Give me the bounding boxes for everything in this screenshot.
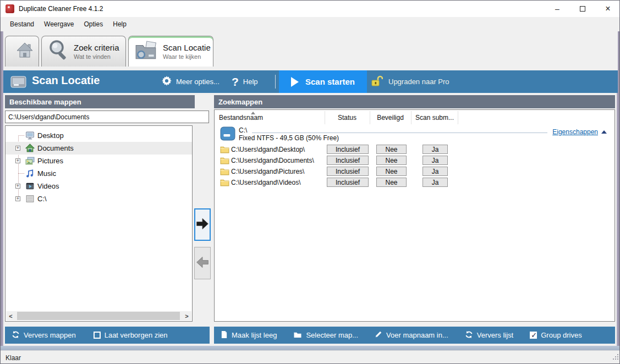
page-title: Scan Locatie — [32, 74, 100, 87]
window-title: Duplicate Cleaner Free 4.1.2 — [19, 5, 103, 13]
expand-plus-icon[interactable]: + — [15, 184, 20, 189]
enter-folder-name-button[interactable]: Voer mapnaam in... — [375, 330, 448, 340]
column-scan-subm[interactable]: Scan subm... — [415, 110, 459, 125]
scan-subfolders-button[interactable]: Ja — [423, 145, 448, 154]
folder-icon — [220, 179, 229, 189]
select-folder-button[interactable]: Selecteer map... — [293, 331, 358, 340]
clear-list-button[interactable]: Maak lijst leeg — [221, 330, 277, 340]
protected-button[interactable]: Nee — [376, 156, 407, 165]
status-button[interactable]: Inclusief — [327, 167, 369, 176]
scan-subfolders-button[interactable]: Ja — [423, 178, 448, 187]
help-button[interactable]: ? Help — [232, 70, 258, 93]
horizontal-scrollbar[interactable]: < > — [6, 311, 191, 321]
pencil-icon — [375, 330, 382, 340]
upgrade-pro-button[interactable]: Upgraden naar Pro — [371, 70, 449, 93]
protected-button[interactable]: Nee — [376, 178, 407, 187]
menu-help[interactable]: Help — [108, 18, 131, 30]
tree-label-pictures: Pictures — [37, 157, 63, 165]
properties-link[interactable]: Eigenschappen — [552, 128, 598, 136]
refresh-list-label: Ververs lijst — [477, 331, 513, 339]
unlock-icon — [371, 75, 383, 88]
row-path: C:\Users\dgand\Pictures\ — [231, 168, 304, 175]
tree-item-pictures[interactable]: + Pictures — [6, 155, 192, 167]
group-divider-line — [252, 133, 547, 133]
close-button[interactable]: × — [595, 1, 620, 17]
gear-icon — [162, 76, 172, 87]
menu-opties[interactable]: Opties — [79, 18, 108, 30]
folder-icon — [220, 168, 229, 178]
tree-item-documents[interactable]: + Documents — [6, 142, 192, 155]
select-folder-label: Selecteer map... — [306, 331, 358, 339]
scan-start-button[interactable]: Scan starten — [279, 70, 367, 93]
table-row: C:\Users\dgand\Desktop\ Inclusief Nee Ja — [215, 144, 614, 155]
show-hidden-toggle[interactable]: Laat verborgen zien — [94, 331, 168, 339]
status-button[interactable]: Inclusief — [327, 178, 369, 187]
expand-plus-icon[interactable]: + — [15, 158, 20, 163]
window-frame-bottom — [1, 346, 620, 350]
resize-grip[interactable] — [612, 353, 619, 363]
refresh-list-button[interactable]: Ververs lijst — [465, 330, 513, 340]
upgrade-label: Upgraden naar Pro — [388, 78, 449, 86]
tree-item-c-drive[interactable]: + C:\ — [6, 192, 192, 205]
menu-bestand[interactable]: Bestand — [5, 18, 39, 30]
left-panel-title: Beschikbare mappen — [9, 98, 81, 106]
status-button[interactable]: Inclusief — [327, 156, 369, 165]
tree-item-desktop[interactable]: Desktop — [6, 129, 192, 142]
tree-item-music[interactable]: Music — [6, 167, 192, 180]
refresh-folders-label: Ververs mappen — [24, 331, 76, 339]
tree-label-videos: Videos — [37, 182, 59, 190]
scroll-left-arrow[interactable]: < — [6, 311, 15, 321]
arrow-right-icon — [195, 217, 210, 233]
folder-path-input[interactable] — [5, 111, 209, 123]
column-beveiligd[interactable]: Beveiligd — [370, 110, 411, 125]
magnifier-icon — [47, 39, 69, 64]
page-icon — [221, 330, 228, 340]
tree-label-music: Music — [37, 169, 56, 178]
expand-plus-icon[interactable]: + — [15, 196, 20, 201]
more-options-button[interactable]: Meer opties... — [162, 70, 220, 93]
tab-zoek-sublabel: Wat te vinden — [74, 53, 119, 60]
show-hidden-checkbox[interactable] — [94, 332, 101, 339]
drive-group-name: C:\ — [239, 126, 247, 134]
home-icon — [15, 42, 35, 62]
table-row: C:\Users\dgand\Documents\ Inclusief Nee … — [215, 155, 614, 166]
help-label: Help — [243, 78, 258, 86]
group-drives-checkbox[interactable] — [530, 332, 537, 339]
refresh-icon — [12, 330, 20, 340]
scrollbar-thumb[interactable] — [17, 312, 180, 320]
tab-scan-locatie[interactable]: Scan Locatie Waar te kijken — [128, 36, 213, 67]
tree-label-documents: Documents — [37, 144, 74, 152]
scroll-right-arrow[interactable]: > — [182, 311, 191, 321]
refresh-folders-button[interactable]: Ververs mappen — [12, 330, 76, 340]
folder-white-icon — [293, 331, 302, 340]
collapse-group-icon[interactable] — [601, 130, 607, 134]
tab-scan-label: Scan Locatie — [163, 43, 211, 52]
add-folder-arrow-button[interactable] — [194, 208, 211, 241]
music-icon — [25, 169, 35, 180]
scan-folders-table: Bestandsnaam Status Beveiligd Scan subm.… — [214, 109, 615, 322]
tab-scan-sublabel: Waar te kijken — [163, 53, 211, 60]
row-path: C:\Users\dgand\Documents\ — [231, 157, 314, 164]
expand-plus-icon[interactable]: + — [15, 146, 20, 151]
status-bar: Klaar — [1, 350, 620, 364]
scan-subfolders-button[interactable]: Ja — [423, 167, 448, 176]
app-icon — [6, 4, 14, 13]
scan-subfolders-button[interactable]: Ja — [423, 156, 448, 165]
status-button[interactable]: Inclusief — [327, 145, 369, 154]
column-status[interactable]: Status — [325, 110, 370, 125]
minimize-button[interactable]: – — [545, 1, 570, 17]
remove-folder-arrow-button[interactable] — [194, 247, 211, 279]
tree-label-desktop: Desktop — [37, 131, 64, 140]
tree-item-videos[interactable]: + Videos — [6, 180, 192, 192]
protected-button[interactable]: Nee — [376, 145, 407, 154]
refresh-icon — [465, 330, 473, 340]
column-bestandsnaam[interactable]: Bestandsnaam — [219, 110, 323, 125]
tab-home[interactable] — [5, 36, 39, 67]
tab-zoek-criteria[interactable]: Zoek criteria Wat te vinden — [41, 36, 126, 67]
close-icon: × — [605, 4, 610, 14]
protected-button[interactable]: Nee — [376, 167, 407, 176]
maximize-button[interactable] — [570, 1, 595, 17]
group-drives-toggle[interactable]: Group drives — [530, 331, 581, 339]
menu-weergave[interactable]: Weergave — [39, 18, 79, 30]
scan-location-icon — [134, 40, 158, 63]
